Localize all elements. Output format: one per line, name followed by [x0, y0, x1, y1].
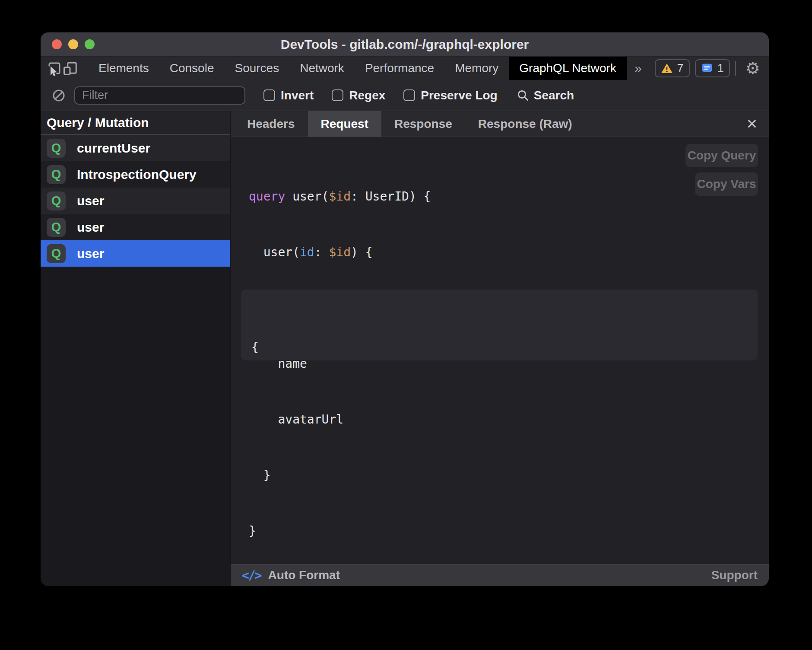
tab-memory[interactable]: Memory: [444, 57, 509, 80]
devtools-window: DevTools - gitlab.com/-/graphql-explorer: [41, 32, 769, 586]
code-line: query user($id: UserID) {: [249, 187, 431, 206]
code-line: }: [249, 522, 431, 540]
support-link[interactable]: Support: [711, 568, 758, 582]
list-item-user-3-selected[interactable]: Q user: [41, 240, 230, 267]
settings-gear-icon[interactable]: ⚙: [741, 60, 764, 76]
query-type-badge: Q: [47, 139, 66, 158]
list-item-user-1[interactable]: Q user: [41, 188, 230, 214]
copy-query-button[interactable]: Copy Query: [685, 144, 758, 167]
tab-headers[interactable]: Headers: [234, 111, 308, 137]
invert-label: Invert: [281, 89, 314, 102]
list-item-user-2[interactable]: Q user: [41, 214, 230, 240]
query-variables-panel: { "id": "gid://gitlab/User/13704317" }: [241, 290, 758, 360]
copy-vars-button[interactable]: Copy Vars: [695, 172, 758, 196]
tab-performance[interactable]: Performance: [355, 57, 444, 80]
query-type-badge: Q: [47, 244, 66, 263]
maximize-window-button[interactable]: [85, 39, 95, 49]
tab-response-raw[interactable]: Response (Raw): [465, 111, 585, 137]
regex-checkbox[interactable]: [332, 89, 343, 101]
code-line: }: [249, 466, 431, 484]
query-type-badge: Q: [47, 218, 66, 237]
search-label: Search: [534, 89, 574, 102]
device-toolbar-icon: [62, 61, 78, 76]
tab-elements[interactable]: Elements: [88, 57, 159, 80]
issues-count: 1: [717, 62, 724, 75]
regex-checkbox-group[interactable]: Regex: [332, 89, 385, 102]
search-button[interactable]: Search: [517, 89, 574, 102]
graphql-query-code: query user($id: UserID) { user(id: $id) …: [249, 150, 431, 577]
list-item-currentuser[interactable]: Q currentUser: [41, 135, 230, 161]
more-tabs-button[interactable]: »: [627, 57, 650, 80]
code-line: avatarUrl: [249, 410, 431, 429]
query-type-badge: Q: [47, 191, 66, 210]
close-window-button[interactable]: [52, 39, 62, 49]
window-title: DevTools - gitlab.com/-/graphql-explorer: [41, 37, 769, 52]
request-tab-content: Copy Query Copy Vars query user($id: Use…: [231, 137, 769, 564]
filter-bar: Invert Regex Preserve Log Search: [41, 80, 769, 111]
screenshot-canvas: DevTools - gitlab.com/-/graphql-explorer: [0, 0, 812, 650]
list-item-introspectionquery[interactable]: Q IntrospectionQuery: [41, 161, 230, 188]
devtools-toolbar: Elements Console Sources Network Perform…: [41, 57, 769, 80]
clear-block-icon[interactable]: [52, 89, 66, 102]
query-list-sidebar: Query / Mutation Q currentUser Q Introsp…: [41, 111, 231, 586]
inspect-cursor-icon: [47, 61, 62, 76]
sidebar-header: Query / Mutation: [41, 111, 230, 135]
vars-line: {: [251, 338, 747, 357]
search-icon: [517, 89, 530, 102]
tab-network[interactable]: Network: [289, 57, 355, 80]
preserve-log-label: Preserve Log: [421, 89, 497, 102]
more-options-icon[interactable]: [764, 62, 769, 75]
tab-graphql-network[interactable]: GraphQL Network: [509, 57, 627, 80]
main-content: Query / Mutation Q currentUser Q Introsp…: [41, 111, 769, 586]
tab-response[interactable]: Response: [381, 111, 465, 137]
invert-checkbox[interactable]: [263, 89, 275, 101]
toggle-device-toolbar-button[interactable]: [62, 57, 78, 80]
warning-icon: [661, 62, 673, 74]
code-line: user(id: $id) {: [249, 243, 431, 261]
issues-badge[interactable]: 1: [695, 59, 730, 77]
detail-pane-tabs: Headers Request Response Response (Raw) …: [231, 111, 769, 137]
toolbar-right-section: 7 1 ⚙: [650, 57, 769, 80]
tab-sources[interactable]: Sources: [224, 57, 289, 80]
title-bar: DevTools - gitlab.com/-/graphql-explorer: [41, 32, 769, 57]
preserve-log-checkbox-group[interactable]: Preserve Log: [403, 89, 497, 102]
preserve-log-checkbox[interactable]: [403, 89, 415, 101]
tab-console[interactable]: Console: [159, 57, 225, 80]
inspect-element-button[interactable]: [47, 57, 62, 80]
regex-label: Regex: [349, 89, 385, 102]
close-icon: ✕: [746, 116, 758, 132]
minimize-window-button[interactable]: [68, 39, 78, 49]
warnings-badge[interactable]: 7: [655, 59, 690, 77]
invert-checkbox-group[interactable]: Invert: [263, 89, 314, 102]
message-icon: [701, 62, 713, 74]
query-type-badge: Q: [47, 165, 66, 184]
close-pane-button[interactable]: ✕: [741, 111, 763, 137]
toolbar-divider: [735, 61, 736, 76]
detail-pane: Headers Request Response Response (Raw) …: [231, 111, 769, 586]
warning-count: 7: [677, 62, 684, 75]
tab-request[interactable]: Request: [308, 111, 381, 137]
filter-input[interactable]: [74, 86, 245, 105]
query-variables-json: { "id": "gid://gitlab/User/13704317" }: [241, 290, 758, 360]
